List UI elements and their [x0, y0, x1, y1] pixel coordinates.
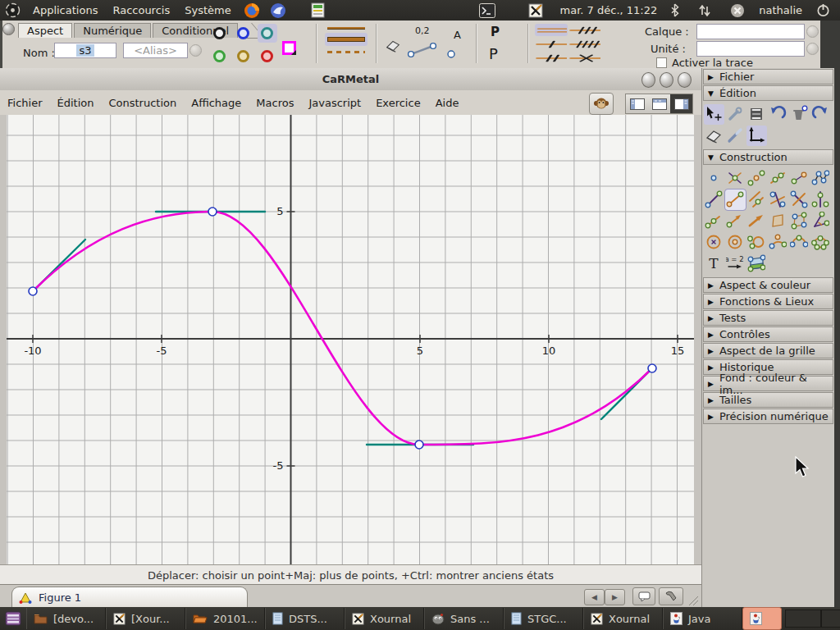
tool-delete-tool[interactable]	[789, 104, 810, 125]
sidebar-panel-fichier[interactable]: ▶Fichier	[703, 69, 833, 84]
comment-button[interactable]	[632, 587, 655, 605]
power-icon[interactable]	[816, 3, 830, 17]
window-list-icon[interactable]	[5, 610, 21, 627]
tool-magic-tool[interactable]	[725, 126, 746, 146]
layout-right-icon[interactable]	[670, 94, 692, 113]
clock[interactable]: mar. 7 déc., 11:22	[560, 4, 658, 16]
updown-arrows-icon[interactable]	[698, 4, 711, 17]
line-style-thin[interactable]	[325, 24, 368, 33]
bird-app-icon[interactable]	[270, 2, 286, 19]
tool-film-tool[interactable]	[746, 104, 767, 125]
sidebar-panel-fond-couleur-im-[interactable]: ▶Fond : couleur & im...	[703, 376, 833, 391]
window-titlebar[interactable]: CaRMetal	[0, 68, 701, 91]
tool-point[interactable]	[704, 168, 724, 189]
tool-polygon[interactable]	[789, 211, 810, 231]
task-xournal[interactable]: Xournal	[583, 608, 663, 629]
tool-filled-polygon[interactable]	[768, 211, 788, 231]
color-blue[interactable]	[237, 27, 249, 39]
menu-aide[interactable]: Aide	[428, 97, 467, 109]
tool-intersection-point[interactable]	[725, 168, 746, 189]
tool-segment[interactable]	[704, 189, 724, 210]
tool-compass[interactable]	[746, 232, 767, 253]
tool-cross-lines[interactable]	[789, 189, 810, 210]
tool-conic-5-points[interactable]	[810, 232, 831, 253]
tool-vector[interactable]	[725, 211, 746, 231]
point-name-bold-button[interactable]: P	[491, 25, 500, 39]
prev-tab-button[interactable]: ◀	[584, 589, 605, 605]
tab-figure-1[interactable]: Figure 1	[11, 587, 248, 608]
palette-knob-icon[interactable]	[2, 23, 15, 35]
eraser-icon[interactable]	[382, 37, 404, 53]
tool-parallel-line[interactable]	[746, 189, 767, 210]
mark-four-ticks[interactable]	[568, 38, 601, 50]
task-sans[interactable]: Sans ...	[424, 608, 504, 629]
fill-color-swatch[interactable]	[282, 41, 296, 55]
tool-perpendicular-line[interactable]	[768, 189, 788, 210]
tool-midpoint[interactable]	[746, 168, 767, 189]
control-point[interactable]	[29, 287, 37, 295]
sidebar-panel-aspect-de-la-grille[interactable]: ▶Aspect de la grille	[703, 343, 833, 358]
sidebar-panel-fonctions-lieux[interactable]: ▶Fonctions & Lieux	[703, 294, 833, 309]
tool-redo-tool[interactable]	[810, 104, 831, 125]
sidebar-panel--dition[interactable]: ▼Édition	[703, 85, 833, 101]
menu-fichier[interactable]: Fichier	[0, 97, 50, 109]
menu-construction[interactable]: Construction	[101, 97, 184, 109]
sidebar-panel-tests[interactable]: ▶Tests	[703, 310, 833, 326]
color-olive[interactable]	[237, 50, 249, 62]
mark-three-ticks[interactable]	[568, 24, 601, 36]
close-button[interactable]	[678, 72, 692, 88]
tool-axes-tool[interactable]	[746, 126, 767, 146]
monkey-icon[interactable]	[589, 93, 614, 115]
color-black[interactable]	[213, 27, 226, 39]
mark-cross-mark[interactable]	[568, 52, 601, 64]
tool-polyline[interactable]	[810, 168, 831, 189]
tool-image-tool[interactable]	[746, 253, 767, 274]
name-input[interactable]: s3	[54, 43, 116, 58]
task-devo[interactable]: [devo...	[26, 608, 106, 629]
unite-badge-icon[interactable]	[806, 43, 819, 55]
task-stgc[interactable]: STGC...	[504, 608, 583, 629]
menu-macros[interactable]: Macros	[249, 97, 301, 109]
segment-length-icon[interactable]: 0,2	[407, 25, 440, 63]
task-active-window[interactable]	[742, 607, 782, 630]
distro-logo-icon[interactable]	[5, 2, 21, 18]
tool-arc-3-points[interactable]	[768, 232, 788, 253]
workspace-2[interactable]	[821, 609, 840, 628]
task-xour[interactable]: [Xour...	[106, 608, 185, 629]
mark-one-tick[interactable]	[535, 38, 568, 50]
tool-fixed-segment[interactable]	[725, 189, 746, 210]
office-icon[interactable]	[311, 2, 325, 18]
layout-left-icon[interactable]	[626, 94, 648, 113]
control-point[interactable]	[208, 208, 217, 216]
line-style-thick[interactable]	[325, 33, 368, 46]
label-tool-icon[interactable]: A	[445, 27, 470, 63]
macro-tools-button[interactable]	[659, 587, 683, 605]
tool-expression-tool[interactable]: a = 2	[725, 253, 746, 274]
xournal-icon[interactable]	[528, 3, 543, 18]
next-tab-button[interactable]: ▶	[605, 589, 625, 605]
tool-undo-tool[interactable]	[768, 104, 788, 125]
task-java[interactable]: Java	[663, 608, 742, 629]
menu-applications[interactable]: Applications	[25, 4, 105, 16]
menu-exercice[interactable]: Exercice	[368, 97, 427, 109]
tool-arrow[interactable]	[746, 211, 767, 231]
sidebar-panel-contr-les[interactable]: ▶Contrôles	[703, 326, 833, 342]
unite-input[interactable]	[696, 41, 805, 57]
control-point[interactable]	[415, 441, 423, 449]
calque-input[interactable]	[696, 24, 805, 39]
workspace-1[interactable]	[785, 609, 821, 628]
tool-semicircle[interactable]	[789, 232, 810, 253]
tool-text-tool[interactable]: T	[704, 253, 724, 274]
sidebar-panel-aspect-couleur[interactable]: ▶Aspect & couleur	[703, 277, 833, 293]
tool-eraser-tool[interactable]	[704, 126, 724, 146]
terminal-icon[interactable]	[479, 3, 495, 18]
tool-fixed-circle[interactable]	[725, 232, 746, 253]
color-red[interactable]	[261, 50, 273, 62]
control-point[interactable]	[648, 364, 656, 372]
trace-checkbox[interactable]	[656, 57, 667, 68]
color-green[interactable]	[213, 50, 226, 62]
tool-line[interactable]	[768, 168, 788, 189]
tool-circle[interactable]	[704, 232, 724, 253]
layout-top-icon[interactable]	[648, 94, 670, 113]
drawing-canvas[interactable]: -10-5510155-5	[7, 115, 694, 564]
